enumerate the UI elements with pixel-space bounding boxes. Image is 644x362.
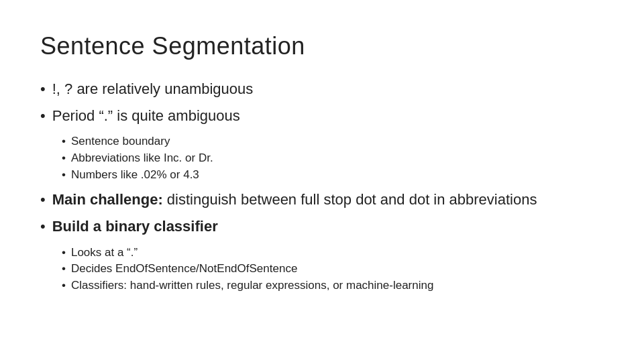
bullet-2-child-2: • Abbreviations like Inc. or Dr. <box>62 150 604 167</box>
bullet-4-child-3: • Classifiers: hand-written rules, regul… <box>62 278 604 294</box>
bullet-4-child-2: • Decides EndOfSentence/NotEndOfSentence <box>62 261 604 278</box>
content-area: • !, ? are relatively unambiguous • Peri… <box>40 79 604 301</box>
slide-title: Sentence Segmentation <box>40 32 604 60</box>
bullet-4-child-1-dot: • <box>62 245 66 261</box>
bullet-4-child-2-dot: • <box>62 261 66 278</box>
bullet-4-child-3-text: Classifiers: hand-written rules, regular… <box>71 278 433 294</box>
bullet-2-children: • Sentence boundary • Abbreviations like… <box>62 133 604 183</box>
bullet-4-child-1-text: Looks at a “.” <box>71 245 138 261</box>
bullet-3-text: Main challenge: distinguish between full… <box>52 190 537 210</box>
bullet-3-dot: • <box>40 190 46 210</box>
bullet-3-rest: distinguish between full stop dot and do… <box>163 191 537 208</box>
bullet-2-child-2-text: Abbreviations like Inc. or Dr. <box>71 150 213 167</box>
bullet-4: • Build a binary classifier <box>40 217 604 237</box>
bullet-2-child-2-dot: • <box>62 150 66 167</box>
bullet-2-child-3-dot: • <box>62 167 66 184</box>
bullet-2-child-1-text: Sentence boundary <box>71 133 170 150</box>
bullet-4-dot: • <box>40 217 46 237</box>
bullet-4-child-2-text: Decides EndOfSentence/NotEndOfSentence <box>71 261 297 278</box>
bullet-1: • !, ? are relatively unambiguous <box>40 79 604 99</box>
bullet-1-dot: • <box>40 79 46 99</box>
bullet-4-child-3-dot: • <box>62 278 66 294</box>
bullet-2-child-1: • Sentence boundary <box>62 133 604 150</box>
bullet-3: • Main challenge: distinguish between fu… <box>40 190 604 210</box>
bullet-2: • Period “.” is quite ambiguous <box>40 106 604 126</box>
bullet-2-child-3: • Numbers like .02% or 4.3 <box>62 167 604 184</box>
bullet-4-children: • Looks at a “.” • Decides EndOfSentence… <box>62 245 604 294</box>
bullet-1-text: !, ? are relatively unambiguous <box>52 79 254 99</box>
bullet-4-bold: Build a binary classifier <box>52 218 218 235</box>
bullet-2-child-1-dot: • <box>62 133 66 150</box>
bullet-2-dot: • <box>40 106 46 126</box>
bullet-4-text: Build a binary classifier <box>52 217 218 237</box>
bullet-2-text: Period “.” is quite ambiguous <box>52 106 240 126</box>
bullet-4-child-1: • Looks at a “.” <box>62 245 604 261</box>
slide: Sentence Segmentation • !, ? are relativ… <box>0 0 644 362</box>
bullet-2-child-3-text: Numbers like .02% or 4.3 <box>71 167 199 184</box>
bullet-3-bold: Main challenge: <box>52 191 163 208</box>
